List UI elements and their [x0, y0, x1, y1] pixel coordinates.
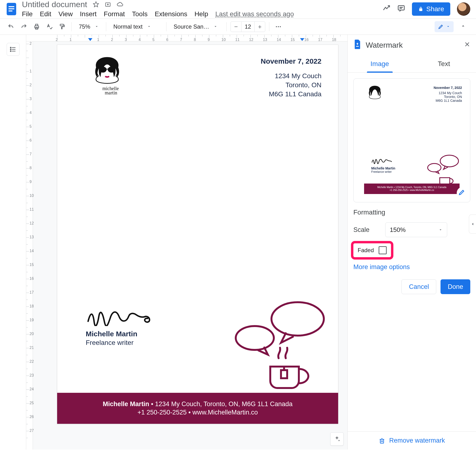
collapse-toolbar-button[interactable] [456, 23, 470, 30]
svg-marker-22 [88, 38, 92, 41]
signature-icon [86, 309, 152, 326]
redo-button[interactable] [19, 21, 29, 32]
right-indent-marker[interactable] [300, 38, 304, 42]
document-page[interactable]: michelle martin November 7, 2022 1234 My… [57, 45, 338, 424]
menubar: File Edit View Insert Format Tools Exten… [22, 10, 294, 18]
share-button[interactable]: Share [412, 2, 450, 16]
menu-extensions[interactable]: Extensions [155, 10, 187, 18]
preview-addr: Toronto, ON [434, 95, 462, 99]
title-row: Untitled document File Edit View Insert … [6, 2, 470, 16]
svg-point-13 [276, 26, 277, 27]
print-button[interactable] [32, 21, 42, 32]
menu-help[interactable]: Help [195, 10, 208, 18]
menu-file[interactable]: File [22, 10, 33, 18]
scale-value: 150% [390, 226, 406, 234]
caret-down-icon [213, 23, 218, 30]
edit-watermark-image-button[interactable] [457, 187, 467, 199]
cancel-button[interactable]: Cancel [401, 279, 436, 294]
formatting-section-label: Formatting [353, 209, 470, 216]
menu-tools[interactable]: Tools [132, 10, 147, 18]
cloud-status-icon[interactable] [117, 1, 123, 8]
menu-edit[interactable]: Edit [40, 10, 51, 18]
svg-marker-4 [93, 2, 99, 7]
signature-block: Michelle Martin Freelance writer [86, 309, 152, 347]
preview-date: November 7, 2022 [434, 86, 462, 90]
menu-view[interactable]: View [58, 10, 73, 18]
font-size-decrease[interactable]: − [231, 23, 241, 31]
paint-format-button[interactable] [57, 21, 68, 32]
footer-address: • 1234 My Couch, Toronto, ON, M6G 1L1 Ca… [149, 400, 293, 407]
svg-rect-12 [60, 24, 63, 26]
font-size-increase[interactable]: + [254, 23, 265, 31]
svg-point-20 [10, 49, 11, 50]
horizontal-ruler[interactable] [26, 35, 347, 41]
address-line: M6G 1L1 Canada [261, 90, 321, 99]
move-icon[interactable] [105, 1, 111, 7]
document-title[interactable]: Untitled document [22, 0, 87, 8]
preview-addr: M6G 1L1 Canada [434, 99, 462, 103]
more-tools-button[interactable] [273, 21, 284, 32]
editing-mode-dropdown[interactable] [435, 21, 454, 32]
svg-rect-1 [8, 6, 14, 7]
svg-rect-2 [8, 8, 14, 9]
toolbar: 75% Normal text Source San… − 12 + [0, 19, 476, 35]
svg-marker-23 [300, 38, 304, 41]
star-icon[interactable] [93, 1, 99, 7]
preview-footer: Michelle Martin • 1234 My Couch, Toronto… [364, 184, 460, 194]
paragraph-style-value: Normal text [113, 23, 143, 30]
tab-text[interactable]: Text [412, 55, 476, 73]
account-avatar[interactable] [457, 2, 470, 16]
caret-down-icon [446, 23, 450, 30]
share-button-label: Share [426, 5, 444, 13]
font-size-value[interactable]: 12 [241, 22, 254, 32]
undo-button[interactable] [6, 21, 16, 32]
address-line: 1234 My Couch [261, 72, 321, 81]
zoom-dropdown[interactable]: 75% [75, 21, 102, 32]
preview-addr: 1234 My Couch [434, 91, 462, 95]
close-panel-button[interactable] [464, 41, 470, 49]
more-image-options-link[interactable]: More image options [353, 263, 470, 271]
done-button[interactable]: Done [441, 279, 470, 294]
signer-role: Freelance writer [86, 339, 152, 347]
paragraph-style-dropdown[interactable]: Normal text [110, 21, 162, 32]
watermark-preview: November 7, 2022 1234 My Couch Toronto, … [353, 78, 470, 202]
font-family-value: Source San… [174, 23, 209, 30]
font-family-dropdown[interactable]: Source San… [170, 21, 223, 32]
vertical-ruler[interactable] [26, 41, 33, 449]
remove-watermark-button[interactable]: Remove watermark [348, 431, 476, 449]
left-rail [0, 35, 26, 449]
docs-logo-icon[interactable] [6, 1, 17, 17]
document-date: November 7, 2022 [261, 57, 321, 65]
explore-button[interactable] [330, 432, 344, 446]
menu-insert[interactable]: Insert [80, 10, 97, 18]
activity-icon[interactable] [382, 4, 390, 14]
faded-label: Faded [358, 247, 374, 254]
scale-dropdown[interactable]: 150% [385, 222, 447, 237]
svg-point-35 [440, 155, 459, 167]
panel-title: Watermark [366, 41, 403, 49]
document-outline-button[interactable] [7, 43, 20, 56]
side-panel-collapse-button[interactable] [469, 214, 476, 234]
svg-point-30 [236, 326, 274, 350]
footer-name: Michelle Martin [103, 400, 149, 407]
tab-image[interactable]: Image [348, 55, 412, 73]
comments-icon[interactable] [397, 4, 405, 14]
watermark-icon [353, 40, 361, 50]
svg-text:martin: martin [105, 90, 117, 95]
preview-logo-icon [364, 84, 386, 106]
watermark-panel: Watermark Image Text [347, 35, 476, 449]
font-size-stepper: − 12 + [230, 21, 265, 32]
svg-point-15 [280, 26, 281, 27]
document-canvas[interactable]: michelle martin November 7, 2022 1234 My… [26, 35, 347, 449]
faded-checkbox[interactable] [379, 246, 387, 254]
remove-watermark-label: Remove watermark [389, 437, 445, 444]
zoom-value: 75% [79, 23, 90, 30]
signer-name: Michelle Martin [86, 330, 152, 338]
first-line-indent-marker[interactable] [88, 38, 92, 42]
svg-point-29 [271, 302, 324, 336]
menu-format[interactable]: Format [104, 10, 125, 18]
spellcheck-button[interactable] [44, 21, 55, 32]
preview-name: Michelle Martin [371, 166, 395, 170]
decorative-doodle-icon [224, 297, 333, 393]
last-edit-link[interactable]: Last edit was seconds ago [215, 10, 294, 18]
